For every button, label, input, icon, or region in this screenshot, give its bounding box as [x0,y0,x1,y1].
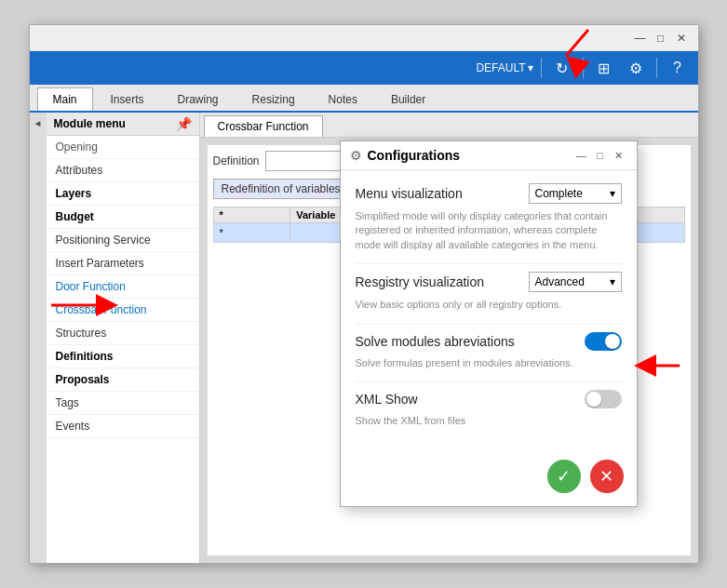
divider-2 [356,324,622,325]
content-panel: Crossbar Function Definition Redefinitio… [200,113,698,563]
config-dialog: ⚙ Configurations — □ ✕ Menu visualizatio… [340,140,638,507]
menu-item-attributes[interactable]: Attributes [47,159,199,182]
dropdown-arrow-icon: ▾ [528,61,533,74]
solve-modules-label: Solve modules abreviations [356,334,515,349]
config-minimize-button[interactable]: — [573,147,590,164]
definition-label: Definition [213,154,260,167]
menu-item-events[interactable]: Events [47,415,199,438]
tab-main[interactable]: Main [37,87,93,111]
registry-visualization-desc: View basic options only or all registry … [356,298,622,312]
sub-tabs: Crossbar Function [200,113,698,138]
table-button[interactable]: ⊞ [591,55,617,81]
app-window: — □ ✕ DEFAULT ▾ ↻ ⊞ ⚙ ? Main Inserts Dra… [29,24,699,564]
xml-show-track [585,390,622,408]
solve-modules-track [585,332,622,351]
menu-item-insert-parameters[interactable]: Insert Parameters [47,252,199,275]
toolbar-separator-1 [541,58,542,78]
tab-drawing[interactable]: Drawing [162,87,235,111]
module-menu-header: Module menu 📌 [47,113,199,136]
menu-item-opening[interactable]: Opening [47,136,199,159]
xml-show-label: XML Show [356,392,418,407]
solve-modules-desc: Solve formulas present in modules abrevi… [356,356,622,370]
confirm-button[interactable]: ✓ [547,460,581,493]
maximize-button[interactable]: □ [652,29,670,47]
title-bar: — □ ✕ [30,25,698,51]
registry-visualization-select[interactable]: Advanced ▾ [529,272,622,292]
menu-item-tags[interactable]: Tags [47,392,199,415]
config-dialog-title: Configurations [368,148,572,163]
menu-visualization-select[interactable]: Complete ▾ [529,183,622,204]
sub-tab-crossbar-function[interactable]: Crossbar Function [204,115,323,137]
default-dropdown[interactable]: DEFAULT ▾ [476,61,532,74]
config-gear-icon: ⚙ [350,148,362,163]
xml-show-toggle[interactable] [585,390,622,408]
toolbar: DEFAULT ▾ ↻ ⊞ ⚙ ? [30,51,698,85]
close-button[interactable]: ✕ [672,29,691,47]
menu-visualization-label: Menu visualization [356,186,463,201]
menu-visualization-row: Menu visualization Complete ▾ [356,183,622,204]
menu-visualization-value: Complete [535,187,583,200]
toolbar-separator-2 [583,58,584,78]
menu-visualization-arrow-icon: ▾ [610,187,615,200]
settings-button[interactable]: ⚙ [623,55,649,81]
registry-visualization-value: Advanced [535,275,585,288]
module-menu-title: Module menu [54,117,126,130]
minimize-button[interactable]: — [631,29,650,47]
menu-item-crossbar-function[interactable]: Crossbar Function [47,299,199,322]
cell-star: * [213,223,290,243]
refresh-button[interactable]: ↻ [549,55,575,81]
menu-item-positioning-service[interactable]: Positioning Service [47,229,199,252]
solve-modules-thumb [605,334,620,349]
cancel-button[interactable]: ✕ [590,460,624,493]
divider-1 [356,263,622,264]
default-label: DEFAULT [476,61,525,74]
redefinition-button[interactable]: Redefinition of variables [213,179,349,199]
solve-modules-toggle[interactable] [585,332,622,351]
nav-tabs: Main Inserts Drawing Resizing Notes Buil… [30,85,698,113]
main-content: ◄ Module menu 📌 Opening Attributes Layer… [30,113,698,563]
menu-item-budget[interactable]: Budget [47,206,199,229]
config-footer: ✓ ✕ [341,452,637,506]
menu-item-door-function[interactable]: Door Function [47,275,199,299]
registry-visualization-arrow-icon: ▾ [610,275,615,288]
divider-3 [356,381,622,382]
tab-builder[interactable]: Builder [375,87,441,111]
col-asterisk: * [213,207,290,223]
config-close-button[interactable]: ✕ [611,147,627,164]
module-menu: Module menu 📌 Opening Attributes Layers … [47,113,200,563]
menu-item-layers[interactable]: Layers [47,182,199,206]
sidebar-collapse-arrow[interactable]: ◄ [30,113,47,563]
menu-item-definitions[interactable]: Definitions [47,345,199,368]
tab-inserts[interactable]: Inserts [95,87,160,111]
xml-show-row: XML Show [356,390,622,408]
module-menu-items: Opening Attributes Layers Budget Positio… [47,136,199,563]
xml-show-desc: Show the XML from files [356,414,622,428]
xml-show-thumb [586,392,601,407]
registry-visualization-row: Resgistry visualization Advanced ▾ [356,272,622,292]
tab-notes[interactable]: Notes [313,87,373,111]
solve-modules-row: Solve modules abreviations [356,332,622,351]
pin-icon[interactable]: 📌 [176,116,192,131]
config-title-bar: ⚙ Configurations — □ ✕ [341,141,637,170]
config-maximize-button[interactable]: □ [592,147,609,164]
toolbar-separator-3 [656,58,657,78]
config-body: Menu visualization Complete ▾ Simplified… [341,170,637,452]
menu-item-structures[interactable]: Structures [47,322,199,345]
registry-visualization-label: Resgistry visualization [356,274,485,289]
tab-resizing[interactable]: Resizing [236,87,311,111]
menu-visualization-desc: Simplified mode will only display catego… [356,209,622,252]
menu-item-proposals[interactable]: Proposals [47,368,199,392]
help-button[interactable]: ? [665,55,691,81]
